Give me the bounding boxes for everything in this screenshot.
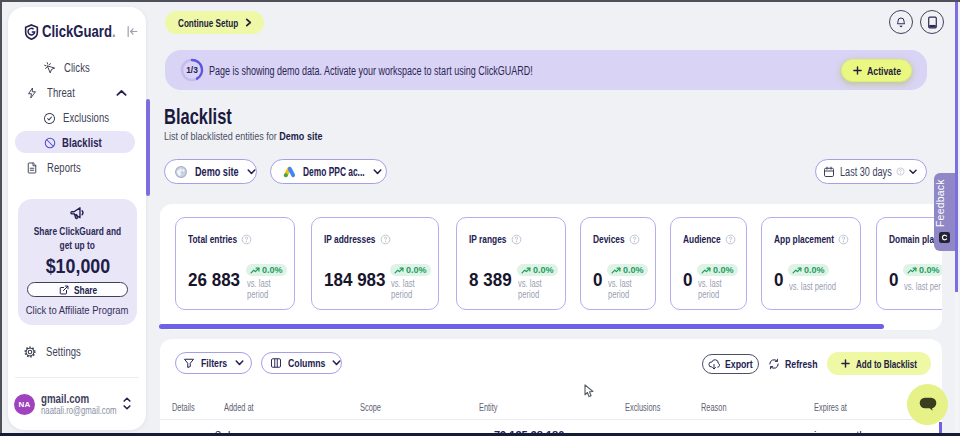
svg-text:1/3: 1/3 — [186, 65, 198, 75]
